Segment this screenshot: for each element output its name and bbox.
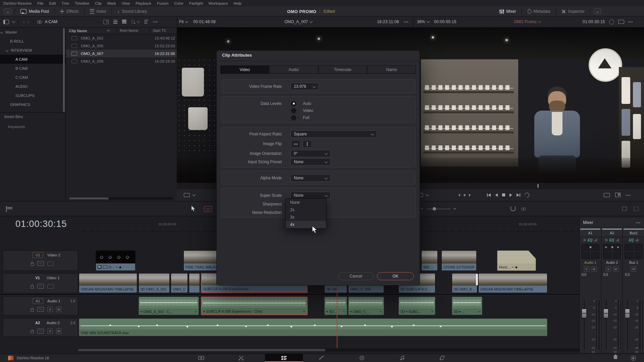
radio-full[interactable]: [291, 115, 296, 120]
metadata-button[interactable]: Metadata: [525, 9, 552, 14]
metadata-view-icon[interactable]: [103, 20, 109, 24]
dynamics-icon[interactable]: [616, 239, 619, 242]
page-color[interactable]: [354, 354, 370, 362]
scrub-playhead[interactable]: [538, 184, 538, 188]
radio-label[interactable]: Full: [303, 115, 309, 120]
lock-icon[interactable]: [31, 331, 34, 334]
eq-label[interactable]: EQ: [609, 238, 614, 242]
flip-vertical-button[interactable]: ▸|◂: [303, 140, 312, 148]
bin-expand-chevron-icon[interactable]: [0, 31, 3, 33]
super-scale-select[interactable]: None: [290, 192, 331, 199]
timeline-zoom-select[interactable]: 36%: [417, 19, 425, 24]
dynamics-icon[interactable]: [635, 239, 638, 242]
keywords-item[interactable]: Keywords: [8, 125, 25, 129]
timeline-clip[interactable]: OMO_A_002: [139, 273, 170, 293]
track-patch[interactable]: A1: [33, 298, 43, 304]
column-reel-name[interactable]: Reel Name: [117, 27, 150, 34]
timeline-extra-icon[interactable]: [622, 207, 627, 211]
mixer-options-icon[interactable]: •••: [636, 221, 641, 225]
timeline-name-chevron-icon[interactable]: [538, 20, 541, 23]
timeline-clip[interactable]: fx O... ~◆ ~◆: [96, 250, 136, 271]
timeline-zoom-knob[interactable]: [433, 207, 436, 210]
smart-bins-header[interactable]: Smart Bins: [4, 115, 23, 119]
auto-select-icon[interactable]: <>: [37, 329, 44, 334]
clip-row[interactable]: OMO_A_007 16:22:31:05: [66, 50, 177, 57]
match-frame-icon[interactable]: [604, 193, 610, 197]
eq-label[interactable]: EQ: [588, 238, 592, 242]
fx-label[interactable]: fx: [605, 238, 608, 242]
pan-control[interactable]: [625, 244, 643, 259]
bin-panel-chevron-icon[interactable]: [12, 20, 15, 23]
menu-item[interactable]: Playback: [136, 1, 151, 5]
video-frame-rate-select[interactable]: 23.976: [290, 83, 319, 90]
timeline-audio-clip[interactable]: SUBC... ~: [398, 297, 435, 315]
relink-icon[interactable]: [37, 20, 42, 23]
fader[interactable]: 0-5-10-15-20-30-40-50: [601, 298, 623, 352]
radio-auto[interactable]: [291, 101, 296, 106]
sort-icon[interactable]: [144, 20, 148, 24]
track-patch[interactable]: A2: [33, 321, 43, 325]
page-fusion[interactable]: [314, 354, 329, 362]
transport-options-icon[interactable]: •••: [626, 193, 631, 197]
timeline-clip[interactable]: OMO_B...: [452, 273, 477, 293]
solo-button[interactable]: S: [47, 328, 53, 334]
edit-point-marker[interactable]: [476, 274, 478, 285]
fader-handle[interactable]: [582, 309, 587, 318]
radio-label[interactable]: Auto: [303, 101, 311, 106]
menu-item[interactable]: Clip: [95, 1, 102, 5]
timeline-clip[interactable]: ORGAN MOUNTAIN TIMELAPSE: [478, 273, 547, 293]
mute-button[interactable]: M: [613, 266, 619, 272]
solo-button[interactable]: S: [584, 266, 589, 272]
timeline-name-select[interactable]: OMO Promo: [514, 19, 536, 24]
media-pool-button[interactable]: Media Pool: [18, 9, 51, 14]
viewer-options-icon[interactable]: •••: [628, 20, 633, 24]
track-enable-icon[interactable]: [47, 261, 54, 266]
pan-control[interactable]: [603, 244, 621, 259]
timeline-extra-icon[interactable]: [634, 207, 639, 211]
search-chevron-icon[interactable]: [137, 20, 140, 23]
bin-panel-toggle-icon[interactable]: [3, 20, 9, 24]
menu-item[interactable]: DaVinci Resolve: [3, 1, 32, 5]
mute-button[interactable]: M: [56, 328, 61, 334]
fader-handle[interactable]: [603, 309, 608, 318]
page-fairlight[interactable]: [394, 354, 410, 362]
list-view-icon[interactable]: [122, 20, 126, 24]
auto-select-icon[interactable]: <>: [37, 284, 44, 289]
pixel-aspect-ratio-select[interactable]: Square: [290, 130, 377, 138]
clip-list-header[interactable]: Clip Name Reel Name Start TC: [66, 27, 177, 34]
source-options-icon[interactable]: •••: [404, 20, 409, 24]
next-marker-icon[interactable]: [469, 194, 471, 196]
dynamics-icon[interactable]: [594, 239, 597, 242]
clip-row[interactable]: OMO_A_005 15:52:23:03: [66, 42, 177, 50]
menu-item[interactable]: Trim: [62, 1, 69, 5]
page-edit[interactable]: [276, 354, 292, 362]
home-icon[interactable]: [614, 356, 617, 359]
timeline-overlay-chevron-icon[interactable]: [426, 193, 429, 196]
safe-area-icon[interactable]: [618, 20, 624, 24]
track-enable-icon[interactable]: [47, 284, 54, 289]
zoom-out-icon[interactable]: −: [421, 206, 423, 211]
track-patch[interactable]: V1: [33, 252, 43, 258]
source-zoom-select[interactable]: Fit: [179, 19, 183, 24]
menu-item[interactable]: Workspace: [209, 1, 228, 5]
page-deliver[interactable]: [434, 354, 450, 362]
eq-label[interactable]: EQ: [629, 238, 634, 242]
last-frame-button[interactable]: [517, 193, 520, 197]
dropdown-menu-item[interactable]: 4x: [286, 221, 326, 228]
track-header-audio2[interactable]: A2Audio 22.0 <>SM: [3, 318, 78, 337]
source-clip-name[interactable]: OMO_A_007: [284, 19, 308, 24]
sound-library-button[interactable]: ♪Sound Library: [115, 9, 149, 14]
media-pool-options-icon[interactable]: •••: [153, 20, 158, 24]
source-overlay-chevron-icon[interactable]: [193, 193, 196, 196]
mute-button[interactable]: M: [631, 266, 636, 272]
timeline-zoom-slider[interactable]: [427, 208, 451, 209]
flip-horizontal-button[interactable]: ▸|◂: [291, 140, 301, 148]
timeline-clip[interactable]: ORGAN MOUNTAIN TIMELAPSE: [79, 273, 137, 293]
bin-item[interactable]: B-ROLL: [0, 37, 65, 46]
first-frame-button[interactable]: [487, 193, 491, 197]
menu-item[interactable]: Mark: [107, 1, 116, 5]
timeline-audio-clip[interactable]: ONE MIN SOUNDTRACK.wav: [79, 318, 547, 336]
mute-button[interactable]: M: [56, 307, 61, 312]
column-clip-name[interactable]: Clip Name: [69, 29, 87, 33]
auto-select-icon[interactable]: <>: [37, 261, 44, 266]
